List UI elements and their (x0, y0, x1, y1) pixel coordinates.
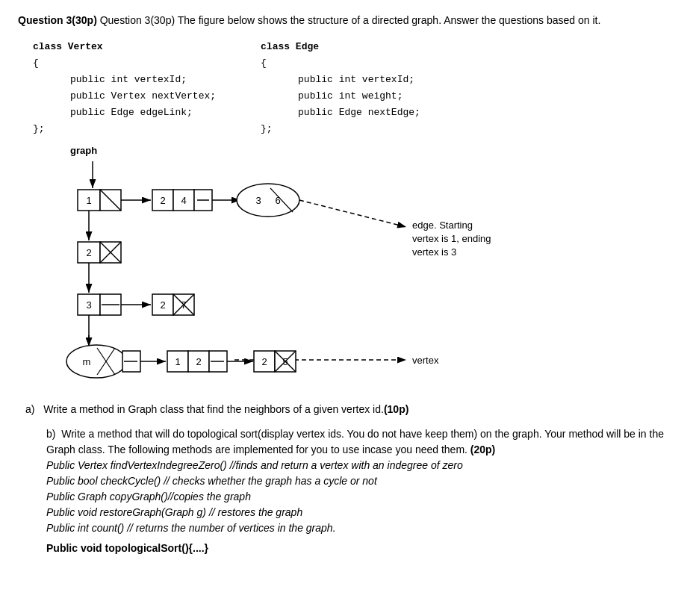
edge-field-0: public int vertexId; (298, 72, 420, 88)
svg-text:vertex is 1, ending: vertex is 1, ending (412, 233, 491, 244)
question-b-intro: b) Write a method that will do topologic… (46, 426, 678, 458)
class-vertex-open: { (33, 55, 216, 72)
svg-point-15 (237, 184, 299, 217)
class-edge-title: class Edge (261, 39, 420, 55)
method-3: Public void restoreGraph(Graph g) // res… (46, 505, 678, 520)
vertex-fields: public int vertexId; public Vertex nextV… (70, 72, 216, 121)
class-vertex-title: class Vertex (33, 39, 216, 55)
edge-fields: public int vertexId; public int weight; … (298, 72, 420, 121)
svg-text:2: 2 (160, 195, 165, 206)
method-1: Public bool checkCycle() // checks wheth… (46, 473, 678, 489)
class-edge-block: class Edge { public int vertexId; public… (261, 39, 420, 138)
class-edge-close: }; (261, 121, 420, 137)
question-a: a) Write a method in Graph class that fi… (25, 402, 678, 417)
method-2: Public Graph copyGraph()//copies the gra… (46, 489, 678, 505)
answer-label: Public void topologicalSort(){....} (46, 541, 678, 556)
edge-field-2: public Edge nextEdge; (298, 105, 420, 121)
svg-text:3: 3 (255, 195, 261, 206)
vertex-field-2: public Edge edgeLink; (70, 105, 216, 121)
svg-text:2: 2 (86, 247, 91, 258)
graph-section: graph 1 2 4 (33, 145, 678, 391)
svg-text:vertex: vertex (412, 355, 439, 366)
svg-text:2: 2 (196, 356, 201, 367)
svg-point-45 (66, 345, 126, 378)
svg-text:2: 2 (261, 356, 267, 367)
vertex-field-0: public int vertexId; (70, 72, 216, 88)
question-header: Question 3(30p) Question 3(30p) The figu… (18, 13, 678, 28)
graph-diagram: 1 2 4 3 6 edge. Starting vertex is 1, en… (33, 145, 675, 391)
question-a-text: Write a method in Graph class that find … (43, 403, 384, 415)
method-0: Public Vertex findVertexIndegreeZero() /… (46, 458, 678, 473)
svg-text:edge. Starting: edge. Starting (412, 220, 473, 231)
question-b: b) Write a method that will do topologic… (25, 426, 678, 556)
question-a-points: (10p) (384, 403, 408, 415)
edge-field-1: public int weight; (298, 88, 420, 105)
svg-text:2: 2 (160, 299, 165, 311)
class-vertex-block: class Vertex { public int vertexId; publ… (33, 39, 216, 138)
svg-text:4: 4 (181, 195, 186, 206)
method-4: Public int count() // returns the number… (46, 520, 678, 536)
questions-section: a) Write a method in Graph class that fi… (25, 402, 678, 556)
svg-text:1: 1 (175, 356, 180, 367)
svg-line-19 (299, 200, 406, 227)
class-edge-open: { (261, 55, 420, 72)
question-a-label: a) (25, 403, 43, 415)
vertex-field-1: public Vertex nextVertex; (70, 88, 216, 105)
svg-text:vertex is 3: vertex is 3 (412, 246, 456, 258)
class-vertex-close: }; (33, 121, 216, 137)
svg-text:1: 1 (86, 195, 91, 206)
question-b-points: (20p) (470, 444, 495, 455)
code-section: class Vertex { public int vertexId; publ… (33, 39, 678, 138)
svg-text:3: 3 (86, 299, 91, 311)
svg-text:m: m (83, 356, 91, 367)
